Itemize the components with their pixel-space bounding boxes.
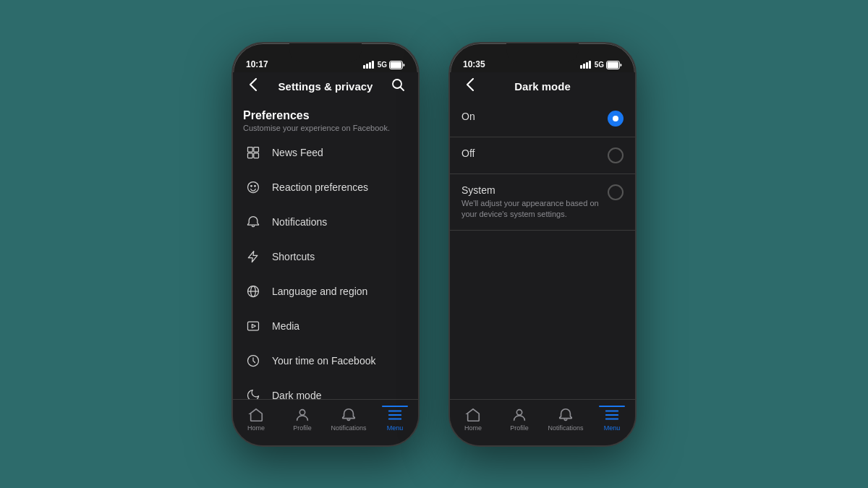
search-button-1[interactable] (388, 78, 408, 95)
phone-2: 10:35 5G Dark mode · (448, 42, 637, 447)
svg-point-9 (255, 185, 256, 187)
svg-point-30 (516, 410, 522, 415)
radio-off[interactable] (608, 147, 624, 163)
nav-profile-1[interactable]: Profile (284, 407, 320, 432)
header-2: Dark mode · (450, 72, 635, 100)
signal-bars-1 (363, 61, 374, 69)
content-2: On Off System We'll adjust your appearan… (450, 100, 635, 399)
back-button-2[interactable] (460, 78, 480, 95)
dark-mode-icon (243, 385, 263, 399)
content-1: Preferences Customise your experience on… (233, 100, 418, 399)
nav-profile-2[interactable]: Profile (501, 407, 537, 432)
nav-home-label-1: Home (247, 424, 265, 432)
notch-1 (289, 43, 362, 62)
media-label: Media (272, 320, 299, 332)
shortcuts-label: Shortcuts (272, 251, 315, 262)
svg-rect-1 (391, 61, 402, 68)
menu-item-news-feed[interactable]: News Feed (233, 135, 418, 170)
preferences-title: Preferences (243, 109, 408, 122)
menu-icon-2 (604, 407, 620, 423)
nav-home-label-2: Home (464, 424, 482, 432)
menu-item-shortcuts[interactable]: Shortcuts (233, 239, 418, 274)
nav-active-indicator-1 (382, 406, 408, 407)
status-icons-2: 5G (580, 61, 622, 69)
nav-profile-label-2: Profile (510, 424, 529, 432)
network-type-1: 5G (378, 61, 387, 69)
screen-1: Settings & privacy Preferences Customise… (233, 72, 418, 445)
radio-system[interactable] (608, 184, 624, 200)
nav-profile-label-1: Profile (293, 424, 312, 432)
dark-option-off-text: Off (461, 147, 602, 159)
profile-icon-2 (511, 407, 527, 423)
battery-icon-2 (606, 61, 622, 69)
notifications-icon (243, 212, 263, 232)
screen-2: Dark mode · On Off (450, 72, 635, 445)
menu-item-reaction[interactable]: Reaction preferences (233, 170, 418, 205)
menu-item-media[interactable]: Media (233, 309, 418, 343)
nav-menu-1[interactable]: Menu (377, 407, 413, 432)
svg-point-8 (251, 185, 252, 187)
nav-notifications-1[interactable]: Notifications (331, 407, 367, 432)
header-title-1: Settings & privacy (263, 80, 388, 93)
radio-on[interactable] (608, 111, 624, 127)
bottom-nav-1: Home Profile Notifications Menu (233, 399, 418, 445)
reaction-label: Reaction preferences (272, 181, 368, 193)
svg-point-2 (393, 80, 401, 88)
nav-notifications-label-1: Notifications (331, 424, 366, 432)
news-feed-label: News Feed (272, 147, 323, 158)
menu-item-dark-mode[interactable]: Dark mode (233, 378, 418, 399)
nav-bell-icon-2 (558, 407, 574, 423)
menu-item-notifications[interactable]: Notifications (233, 205, 418, 239)
dark-option-on-text: On (461, 111, 602, 122)
dark-option-system-label: System (461, 184, 602, 196)
media-icon (243, 316, 263, 336)
language-icon (243, 281, 263, 301)
svg-point-24 (299, 410, 305, 415)
menu-item-time[interactable]: Your time on Facebook (233, 343, 418, 378)
menu-icon-1 (387, 407, 403, 423)
nav-menu-label-1: Menu (387, 424, 404, 432)
signal-bars-2 (580, 61, 591, 69)
dark-option-system-desc: We'll adjust your appearance based on yo… (461, 198, 602, 221)
notifications-label: Notifications (272, 216, 327, 228)
home-icon-1 (248, 407, 264, 423)
dark-mode-label: Dark mode (272, 390, 321, 399)
nav-home-2[interactable]: Home (455, 407, 491, 432)
time-label: Your time on Facebook (272, 355, 375, 367)
header-title-2: Dark mode (480, 80, 605, 93)
home-icon-2 (465, 407, 481, 423)
dark-option-off-label: Off (461, 147, 602, 159)
bottom-nav-2: Home Profile Notifications Menu (450, 399, 635, 445)
svg-rect-6 (254, 153, 259, 158)
dark-option-system[interactable]: System We'll adjust your appearance base… (450, 174, 635, 231)
nav-notifications-2[interactable]: Notifications (548, 407, 584, 432)
notch-2 (506, 43, 579, 62)
dark-option-off[interactable]: Off (450, 137, 635, 174)
network-type-2: 5G (595, 61, 604, 69)
language-label: Language and region (272, 286, 367, 297)
nav-menu-2[interactable]: Menu (594, 407, 630, 432)
dark-option-system-text: System We'll adjust your appearance base… (461, 184, 602, 221)
nav-home-1[interactable]: Home (238, 407, 274, 432)
dark-option-on[interactable]: On (450, 100, 635, 137)
svg-rect-3 (248, 147, 253, 152)
nav-active-indicator-2 (599, 406, 625, 407)
back-button-1[interactable] (243, 78, 263, 95)
svg-rect-29 (608, 61, 619, 68)
shortcuts-icon (243, 247, 263, 267)
dark-option-on-label: On (461, 111, 602, 122)
preferences-header: Preferences Customise your experience on… (233, 100, 418, 135)
status-icons-1: 5G (363, 61, 405, 69)
svg-rect-4 (248, 153, 253, 158)
menu-item-language[interactable]: Language and region (233, 274, 418, 309)
profile-icon-1 (294, 407, 310, 423)
preferences-subtitle: Customise your experience on Facebook. (243, 124, 408, 132)
time-1: 10:17 (246, 59, 268, 69)
time-2: 10:35 (463, 59, 485, 69)
svg-rect-13 (248, 322, 259, 330)
nav-bell-icon-1 (341, 407, 357, 423)
nav-notifications-label-2: Notifications (548, 424, 583, 432)
news-feed-icon (243, 142, 263, 163)
svg-rect-5 (254, 147, 259, 152)
phone-1: 10:17 5G Settings & privacy (231, 42, 420, 447)
